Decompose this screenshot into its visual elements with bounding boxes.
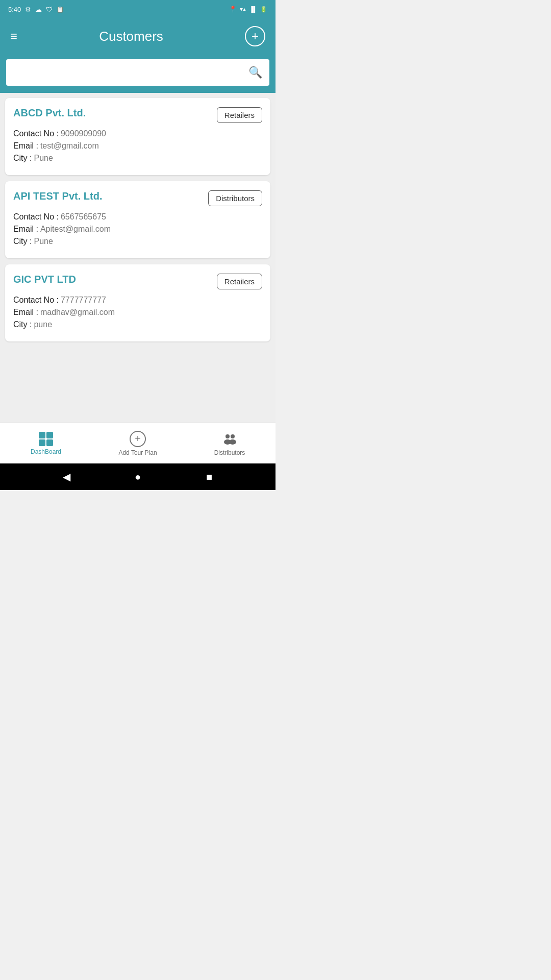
search-icon[interactable]: 🔍	[248, 66, 262, 79]
search-input[interactable]	[13, 68, 248, 77]
email-row-2: Email : Apitest@gmail.com	[13, 225, 262, 234]
city-value-1: Pune	[34, 154, 53, 163]
contact-row-1: Contact No : 9090909090	[13, 129, 262, 138]
nav-label-distributors: Distributors	[214, 449, 245, 456]
card-header-2: API TEST Pvt. Ltd. Distributors	[13, 190, 262, 206]
battery-icon: 🔋	[260, 6, 267, 13]
app-bar: ≡ Customers +	[0, 18, 276, 54]
city-value-2: Pune	[34, 237, 53, 246]
gear-icon: ⚙	[25, 6, 31, 13]
customer-list: ABCD Pvt. Ltd. Retailers Contact No : 90…	[0, 93, 276, 423]
email-value-3: madhav@gmail.com	[40, 308, 115, 317]
nav-item-add-tour-plan[interactable]: + Add Tour Plan	[92, 423, 184, 463]
city-row-2: City : Pune	[13, 237, 262, 246]
svg-point-1	[231, 434, 235, 438]
svg-point-0	[226, 434, 230, 438]
signal-icon: ▐▌	[249, 6, 257, 12]
shield-icon: 🛡	[46, 6, 53, 13]
email-value-1: test@gmail.com	[40, 141, 99, 151]
contact-label-1: Contact No :	[13, 129, 59, 138]
email-label-2: Email :	[13, 225, 38, 234]
city-label-3: City :	[13, 320, 32, 329]
city-row-3: City : pune	[13, 320, 262, 329]
contact-value-1: 9090909090	[61, 129, 106, 138]
contact-row-2: Contact No : 6567565675	[13, 212, 262, 222]
page-title: Customers	[99, 29, 163, 44]
nav-item-dashboard[interactable]: DashBoard	[0, 423, 92, 463]
hamburger-menu-icon[interactable]: ≡	[10, 29, 17, 43]
wifi-icon: ▾▴	[240, 6, 246, 13]
dashboard-icon	[39, 432, 53, 446]
bottom-nav: DashBoard + Add Tour Plan Distributors	[0, 423, 276, 463]
city-label-2: City :	[13, 237, 32, 246]
type-badge-2[interactable]: Distributors	[208, 190, 262, 206]
city-row-1: City : Pune	[13, 154, 262, 163]
clipboard-icon: 📋	[57, 6, 64, 13]
nav-label-add-tour-plan: Add Tour Plan	[118, 449, 157, 456]
recents-button[interactable]: ■	[200, 468, 218, 486]
customer-card-3[interactable]: GIC PVT LTD Retailers Contact No : 77777…	[5, 264, 270, 341]
company-name-2: API TEST Pvt. Ltd.	[13, 190, 102, 202]
plus-icon: +	[252, 29, 259, 43]
distributors-icon	[221, 431, 238, 447]
city-label-1: City :	[13, 154, 32, 163]
add-tour-plan-icon: +	[130, 431, 146, 447]
add-customer-button[interactable]: +	[245, 26, 265, 46]
contact-value-2: 6567565675	[61, 212, 106, 222]
contact-label-2: Contact No :	[13, 212, 59, 222]
cloud-icon: ☁	[35, 6, 42, 13]
email-label-3: Email :	[13, 308, 38, 317]
customer-card-1[interactable]: ABCD Pvt. Ltd. Retailers Contact No : 90…	[5, 98, 270, 175]
type-badge-1[interactable]: Retailers	[217, 107, 262, 123]
contact-row-3: Contact No : 7777777777	[13, 296, 262, 305]
email-label-1: Email :	[13, 141, 38, 151]
city-value-3: pune	[34, 320, 52, 329]
email-value-2: Apitest@gmail.com	[40, 225, 111, 234]
status-left: 5:40 ⚙ ☁ 🛡 📋	[8, 6, 64, 13]
back-button[interactable]: ◀	[57, 468, 76, 486]
email-row-3: Email : madhav@gmail.com	[13, 308, 262, 317]
card-header-3: GIC PVT LTD Retailers	[13, 274, 262, 289]
location-icon: 📍	[229, 6, 237, 13]
nav-item-distributors[interactable]: Distributors	[184, 423, 276, 463]
status-right: 📍 ▾▴ ▐▌ 🔋	[229, 6, 267, 13]
contact-value-3: 7777777777	[61, 296, 106, 305]
home-button[interactable]: ●	[129, 468, 147, 486]
contact-label-3: Contact No :	[13, 296, 59, 305]
card-header-1: ABCD Pvt. Ltd. Retailers	[13, 107, 262, 123]
android-nav-bar: ◀ ● ■	[0, 463, 276, 490]
customer-card-2[interactable]: API TEST Pvt. Ltd. Distributors Contact …	[5, 181, 270, 258]
company-name-3: GIC PVT LTD	[13, 274, 76, 285]
email-row-1: Email : test@gmail.com	[13, 141, 262, 151]
status-time: 5:40	[8, 6, 21, 13]
type-badge-3[interactable]: Retailers	[217, 274, 262, 289]
nav-label-dashboard: DashBoard	[31, 448, 61, 455]
search-box: 🔍	[6, 59, 269, 86]
search-container: 🔍	[0, 54, 276, 93]
status-bar: 5:40 ⚙ ☁ 🛡 📋 📍 ▾▴ ▐▌ 🔋	[0, 0, 276, 18]
svg-point-3	[229, 439, 236, 445]
company-name-1: ABCD Pvt. Ltd.	[13, 107, 86, 119]
